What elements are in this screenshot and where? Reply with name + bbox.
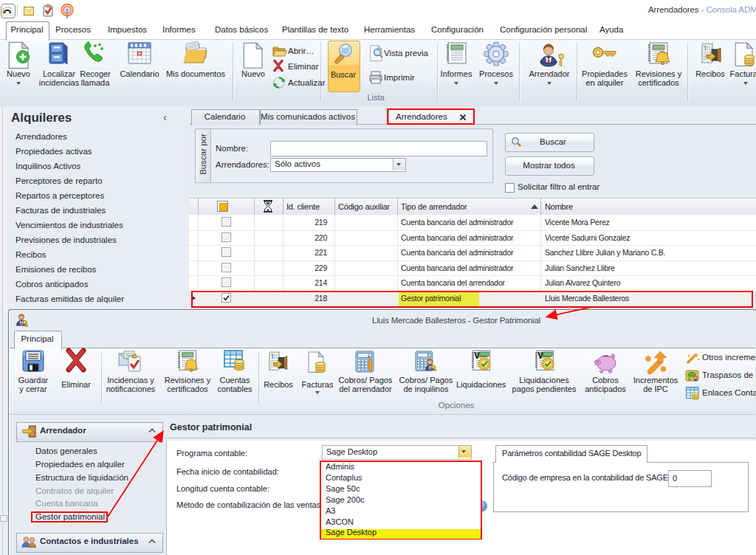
svg-text:V: V bbox=[474, 351, 480, 361]
svg-text:V: V bbox=[537, 351, 543, 361]
